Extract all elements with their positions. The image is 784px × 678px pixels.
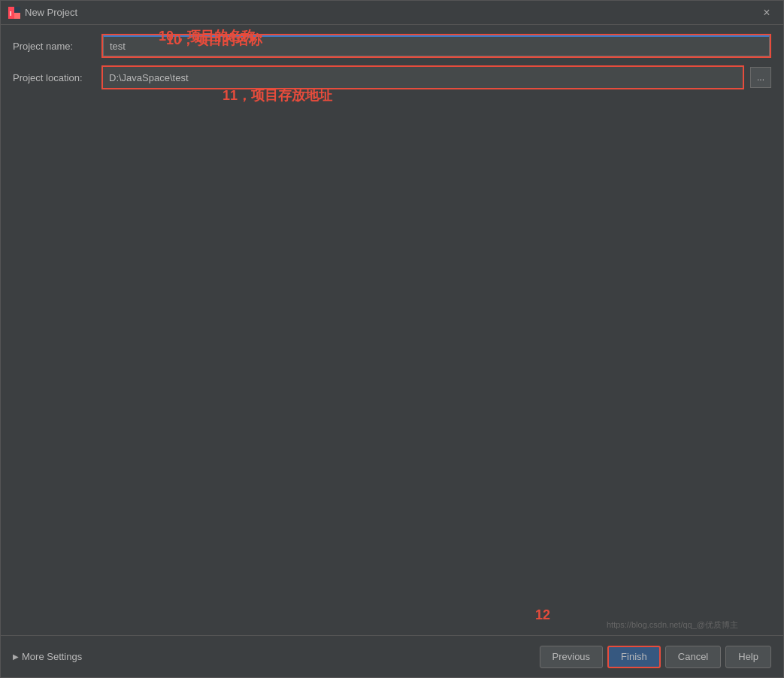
project-name-input-wrapper: [101, 34, 771, 58]
project-name-label: Project name:: [13, 41, 95, 52]
project-location-input[interactable]: [103, 67, 743, 88]
more-settings[interactable]: ▶ More Settings: [13, 651, 82, 662]
main-content-area: [13, 97, 771, 626]
project-name-input[interactable]: [103, 35, 770, 56]
watermark: https://blog.csdn.net/qq_@优质博主: [607, 619, 738, 631]
browse-button[interactable]: ...: [750, 67, 771, 88]
svg-rect-1: [14, 7, 20, 13]
title-bar-left: I New Project: [8, 7, 77, 19]
project-location-label: Project location:: [13, 72, 95, 83]
project-location-input-wrapper: [101, 65, 744, 89]
project-location-row: Project location: ...: [13, 65, 771, 89]
svg-rect-2: [14, 13, 20, 19]
app-icon: I: [8, 7, 20, 19]
title-bar: I New Project ×: [1, 1, 783, 25]
content-area: 10，项目的名称 Project name: Project location:…: [1, 25, 783, 635]
bottom-bar: ▶ More Settings Previous Finish Cancel H…: [1, 635, 783, 677]
cancel-button[interactable]: Cancel: [665, 646, 721, 668]
more-settings-label: More Settings: [22, 651, 82, 662]
window-title: New Project: [25, 7, 77, 18]
help-button[interactable]: Help: [725, 646, 771, 668]
close-button[interactable]: ×: [758, 4, 776, 22]
more-settings-arrow: ▶: [13, 652, 19, 661]
project-name-row: Project name:: [13, 34, 771, 58]
finish-button[interactable]: Finish: [607, 646, 661, 668]
button-group: Previous Finish Cancel Help: [540, 646, 771, 668]
dialog-window: I New Project × 10，项目的名称 10，项目的名称 Projec…: [0, 0, 784, 678]
svg-text:I: I: [10, 10, 12, 17]
previous-button[interactable]: Previous: [540, 646, 604, 668]
